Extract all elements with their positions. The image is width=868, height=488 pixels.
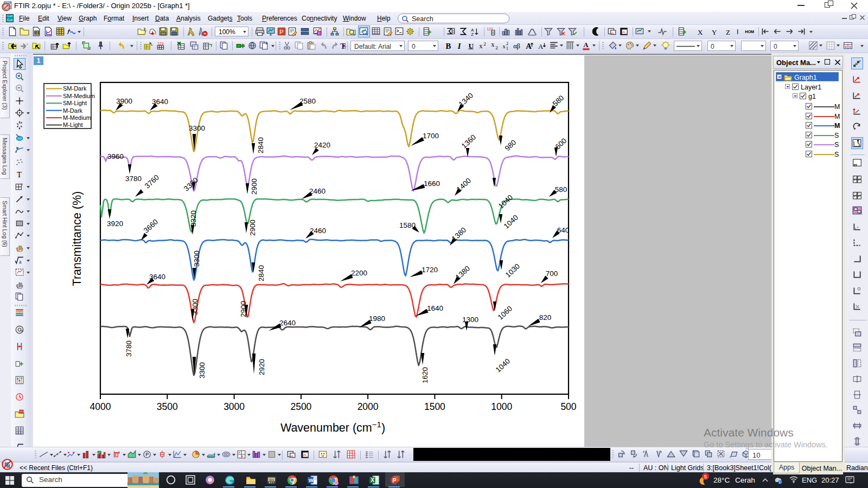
svg-text:1720: 1720 — [422, 266, 438, 274]
svg-text:3000: 3000 — [224, 401, 245, 412]
svg-text:1620: 1620 — [421, 367, 429, 383]
svg-text:A: A — [538, 43, 543, 50]
svg-text:P: P — [392, 477, 396, 484]
svg-text:M-Medium: M-Medium — [63, 114, 91, 121]
svg-text:Wavenumber (cm−1): Wavenumber (cm−1) — [280, 420, 385, 434]
svg-text:SM-Light: SM-Light — [63, 100, 87, 106]
svg-text:580: 580 — [555, 185, 567, 194]
svg-text:2: 2 — [483, 41, 486, 47]
svg-text:M-Dark: M-Dark — [63, 107, 83, 114]
svg-text:1580: 1580 — [399, 221, 416, 229]
svg-text:B: B — [446, 42, 451, 50]
svg-text:1: 1 — [506, 46, 508, 50]
svg-text:x: x — [502, 43, 506, 49]
svg-text:1660: 1660 — [424, 179, 440, 188]
svg-text:P: P — [145, 452, 149, 457]
svg-text:U: U — [469, 42, 474, 50]
svg-text:2: 2 — [506, 41, 508, 46]
svg-text:1030: 1030 — [504, 262, 521, 279]
svg-text:3780: 3780 — [125, 175, 142, 183]
svg-text:640: 640 — [557, 226, 570, 234]
svg-text:3320: 3320 — [189, 210, 197, 227]
svg-text:3780: 3780 — [125, 341, 133, 357]
svg-text:A: A — [526, 42, 532, 50]
svg-text:123: 123 — [157, 42, 164, 46]
svg-text:P: P — [279, 29, 284, 35]
svg-text:2500: 2500 — [290, 401, 311, 412]
svg-text:2200: 2200 — [351, 269, 367, 277]
svg-text:1340: 1340 — [457, 91, 475, 108]
svg-text:3660: 3660 — [142, 217, 159, 234]
svg-text:3900: 3900 — [116, 97, 132, 105]
svg-text:1980: 1980 — [369, 314, 385, 323]
svg-text:321: 321 — [269, 478, 275, 481]
svg-text:4000: 4000 — [90, 401, 111, 412]
svg-text:2920: 2920 — [258, 359, 266, 375]
svg-text:x: x — [491, 41, 495, 48]
svg-text:r: r — [344, 44, 347, 50]
svg-text:3960: 3960 — [107, 152, 124, 160]
svg-text:1380: 1380 — [454, 264, 471, 281]
svg-text:HOME: HOME — [745, 29, 754, 34]
svg-text:1500: 1500 — [424, 401, 445, 412]
svg-text:3920: 3920 — [107, 220, 123, 228]
svg-text:3640: 3640 — [149, 273, 165, 281]
svg-text:3300: 3300 — [198, 362, 206, 378]
svg-text:2580: 2580 — [299, 97, 316, 105]
svg-text:SM-Medium: SM-Medium — [63, 93, 95, 99]
svg-text:2420: 2420 — [314, 141, 330, 149]
svg-text:3300: 3300 — [191, 299, 199, 315]
svg-text:2460: 2460 — [309, 187, 326, 195]
svg-text:SM-Dark: SM-Dark — [63, 85, 87, 92]
svg-text:2900: 2900 — [248, 220, 257, 236]
svg-text:500: 500 — [560, 401, 576, 412]
svg-text:820: 820 — [539, 313, 552, 322]
svg-text:3300: 3300 — [189, 124, 205, 132]
svg-text:a: a — [21, 182, 23, 186]
svg-text:2000: 2000 — [358, 401, 379, 412]
svg-text:3760: 3760 — [143, 173, 161, 190]
svg-text:1700: 1700 — [423, 132, 439, 140]
svg-text:1300: 1300 — [462, 316, 478, 324]
svg-text:3640: 3640 — [152, 98, 168, 106]
svg-text:2900: 2900 — [250, 178, 258, 195]
svg-text:I: I — [457, 42, 462, 50]
svg-text:M-Light: M-Light — [63, 121, 83, 128]
svg-text:T: T — [17, 170, 22, 179]
svg-text:2840: 2840 — [257, 137, 265, 153]
svg-text:1040: 1040 — [494, 357, 512, 374]
svg-text:1060: 1060 — [496, 304, 514, 321]
svg-text:1040: 1040 — [497, 193, 514, 210]
svg-text:Transmittance (%): Transmittance (%) — [71, 191, 84, 286]
svg-text:Z: Z — [471, 32, 474, 36]
svg-text:1640: 1640 — [427, 304, 443, 312]
svg-text:700: 700 — [546, 269, 558, 278]
svg-text:αβ: αβ — [513, 42, 520, 50]
svg-text:A: A — [583, 41, 588, 49]
svg-text:1400: 1400 — [455, 176, 473, 193]
svg-text:a: a — [19, 258, 22, 264]
svg-text:X: X — [371, 477, 374, 483]
svg-text:2900: 2900 — [239, 301, 247, 317]
svg-text:1040: 1040 — [502, 213, 520, 230]
svg-text:980: 980 — [503, 138, 518, 152]
svg-text:3300: 3300 — [193, 251, 201, 267]
svg-text:1000: 1000 — [491, 401, 512, 412]
svg-text:W: W — [309, 477, 314, 483]
svg-text:2: 2 — [495, 45, 498, 50]
svg-text:2840: 2840 — [257, 265, 265, 281]
svg-text:1360: 1360 — [460, 133, 477, 150]
svg-text:3500: 3500 — [157, 401, 178, 412]
svg-text:2460: 2460 — [310, 227, 326, 235]
svg-text:x: x — [479, 42, 483, 50]
svg-text:2640: 2640 — [279, 319, 296, 327]
